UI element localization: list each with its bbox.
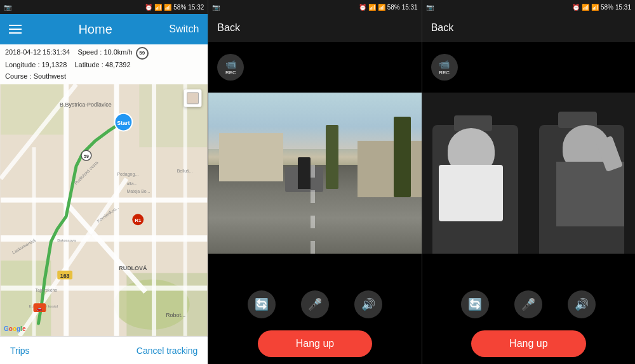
status-left-p2: 📷	[212, 4, 220, 11]
signal-icon: 📶	[164, 4, 171, 11]
status-bar-right: ⏰ 📶 📶 58% 15:32	[145, 4, 204, 11]
signal-icon-p2: 📶	[378, 4, 385, 11]
wall-element	[358, 141, 422, 197]
rec-area-p3: 📹 REC	[422, 42, 635, 93]
rec-button-p3[interactable]: 📹 REC	[431, 54, 458, 81]
battery-p2: 58%	[387, 4, 400, 11]
speed-value: 10.0km/h	[104, 48, 132, 56]
video-top-bar-p2: Back	[208, 14, 421, 42]
status-bar-panel2: 📷 ⏰ 📶 📶 58% 15:31	[208, 0, 421, 14]
video-controls-p2: 🔄 🎤 🔊	[208, 285, 421, 323]
video-controls-p3: 🔄 🎤 🔊	[422, 285, 635, 323]
map-view[interactable]: E77 163 R1 59 B.Bystrica-Podlavice Bansk…	[0, 84, 208, 336]
volume-icon-p3: 🔊	[575, 297, 589, 311]
rec-camera-icon: 📹	[225, 59, 236, 69]
svg-text:Robot...: Robot...	[166, 312, 185, 318]
svg-rect-45	[187, 93, 199, 104]
status-right-p2: ⏰ 📶 📶 58% 15:31	[359, 4, 418, 11]
tree-left	[326, 125, 338, 190]
svg-text:Bakossova: Bakossova	[57, 238, 76, 242]
person-element	[298, 157, 311, 190]
interior-camera-feed	[422, 93, 635, 254]
battery-p3: 58%	[601, 4, 613, 11]
interior-camera-panel: 📷 ⏰ 📶 📶 58% 15:31 Back 📹 REC	[422, 0, 635, 364]
rec-button-p2[interactable]: 📹 REC	[217, 54, 244, 81]
time-p2: 15:31	[402, 4, 418, 11]
rec-label-p3: REC	[439, 70, 450, 75]
svg-text:Pedagog...: Pedagog...	[117, 172, 139, 177]
status-bar-map: 📷 ⏰ 📶 📶 58% 15:32	[0, 0, 208, 14]
rec-label-p2: REC	[225, 70, 236, 75]
building-element	[219, 133, 283, 181]
longitude-value: 19,1328	[42, 61, 67, 68]
mic-button-p3[interactable]: 🎤	[514, 290, 542, 318]
hamburger-menu[interactable]	[9, 25, 22, 34]
svg-text:Start: Start	[117, 120, 130, 127]
svg-text:R1: R1	[135, 218, 142, 223]
svg-text:Tajovského: Tajovského	[36, 289, 58, 294]
rotate-button-p3[interactable]: 🔄	[461, 290, 489, 318]
hang-up-bar-p3: Hang up	[422, 323, 635, 364]
volume-button-p3[interactable]: 🔊	[568, 290, 596, 318]
volume-button-p2[interactable]: 🔊	[354, 290, 382, 318]
status-bar-left: 📷	[4, 4, 11, 11]
alarm-icon-p2: ⏰	[359, 4, 366, 11]
mic-button-p2[interactable]: 🎤	[301, 290, 329, 318]
camera-icon-p2: 📷	[212, 4, 220, 11]
mic-icon-p2: 🎤	[308, 297, 322, 311]
svg-rect-14	[184, 84, 187, 336]
battery-text: 58%	[173, 4, 186, 11]
time-display-map: 15:32	[188, 4, 204, 11]
svg-rect-12	[152, 84, 156, 336]
mic-icon-p3: 🎤	[521, 297, 535, 311]
person-left-body	[439, 165, 503, 221]
wifi-icon-p3: 📶	[582, 4, 589, 11]
rotate-button-p2[interactable]: 🔄	[248, 290, 276, 318]
rotate-icon-p3: 🔄	[468, 297, 482, 311]
camera-status-icon: 📷	[4, 4, 11, 11]
hang-up-button-p2[interactable]: Hang up	[258, 330, 373, 357]
google-logo: Google	[4, 325, 25, 332]
front-camera-panel: 📷 ⏰ 📶 📶 58% 15:31 Back 📹 REC	[208, 0, 421, 364]
rec-area-p2: 📹 REC	[208, 42, 421, 93]
speed-badge: 59	[136, 47, 149, 60]
info-bar: 2018-04-12 15:31:34 Speed : 10.0km/h 59 …	[0, 44, 208, 84]
camera-icon-p3: 📷	[426, 4, 434, 11]
svg-text:Mateja Bo...: Mateja Bo...	[126, 189, 150, 194]
app-title: Home	[78, 22, 112, 37]
svg-rect-9	[1, 286, 207, 291]
course-text: Course : Southwest	[5, 72, 66, 80]
svg-text:163: 163	[60, 273, 70, 279]
switch-button[interactable]: Switch	[169, 23, 199, 35]
latitude-value: 48,7392	[105, 61, 131, 68]
wifi-icon: 📶	[154, 4, 162, 11]
cancel-tracking-button[interactable]: Cancel tracking	[137, 346, 198, 356]
tree-right	[394, 117, 411, 197]
video-top-bar-p3: Back	[422, 14, 635, 42]
longitude-label: Longitude :	[5, 61, 42, 68]
hang-up-bar-p2: Hang up	[208, 323, 421, 364]
latitude-label: Latitude :	[75, 61, 105, 68]
signal-icon-p3: 📶	[591, 4, 599, 11]
dashcam-view	[208, 93, 421, 254]
person-right-body	[556, 162, 624, 226]
status-bar-panel3: 📷 ⏰ 📶 📶 58% 15:31	[422, 0, 635, 14]
svg-text:Belluš...: Belluš...	[177, 169, 193, 173]
hang-up-button-p3[interactable]: Hang up	[471, 330, 586, 357]
front-camera-feed	[208, 93, 421, 254]
app-bar: Home Switch	[0, 14, 208, 44]
back-button-p3[interactable]: Back	[431, 22, 454, 34]
map-panel: 📷 ⏰ 📶 📶 58% 15:32 Home Switch 2018-04-12…	[0, 0, 208, 364]
time-p3: 15:31	[615, 4, 631, 11]
bottom-black-p3	[422, 254, 635, 285]
alarm-icon-p3: ⏰	[572, 4, 580, 11]
svg-rect-7	[1, 198, 207, 203]
trips-button[interactable]: Trips	[10, 346, 30, 356]
bottom-black-p2	[208, 254, 421, 285]
back-button-p2[interactable]: Back	[217, 22, 240, 34]
svg-text:RUDLOVÁ: RUDLOVÁ	[119, 265, 147, 271]
svg-text:B.Bystrica-Podlavice: B.Bystrica-Podlavice	[60, 101, 112, 108]
interior-view	[422, 93, 635, 254]
status-left-p3: 📷	[426, 4, 434, 11]
svg-text:59: 59	[84, 154, 89, 159]
